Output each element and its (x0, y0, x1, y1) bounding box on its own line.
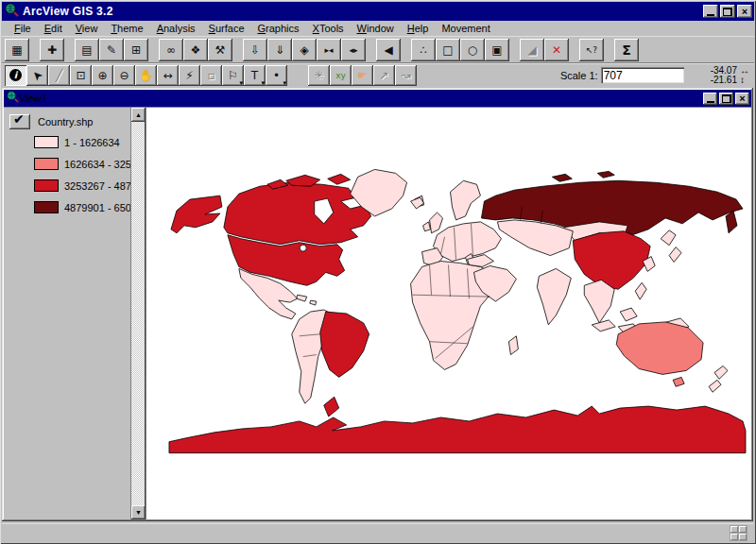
legend-class-1[interactable]: 1 - 1626634 (4, 131, 130, 153)
map-caribbean[interactable] (297, 295, 317, 305)
add-theme-button-icon: ✚ (47, 43, 57, 57)
map-kamchatka[interactable] (726, 211, 737, 233)
map-russia-islands[interactable] (552, 171, 614, 181)
close-button[interactable]: × (737, 5, 752, 18)
scale-input[interactable] (601, 67, 684, 83)
select-feature-tool[interactable]: ⊡ (70, 65, 92, 86)
edit-legend-button-icon: ✎ (107, 43, 116, 57)
find-button[interactable]: ∞ (159, 39, 183, 61)
view-globe-icon (6, 90, 19, 107)
zoom-active-theme-button[interactable]: ⇓ (267, 39, 292, 61)
locate-address-button[interactable]: ❖ (183, 39, 208, 61)
select-list-button[interactable]: ▣ (485, 39, 509, 61)
menu-edit[interactable]: Edit (38, 22, 69, 35)
zoom-full-extent-button[interactable]: ⇩ (243, 39, 267, 61)
theme-properties-button[interactable]: ▤ (75, 39, 99, 61)
sum-button[interactable]: Σ (614, 39, 639, 61)
vertex-edit-tool: ╱ (48, 65, 70, 86)
menu-view[interactable]: View (69, 22, 105, 35)
map-view[interactable] (146, 108, 751, 519)
save-project-button[interactable]: ▦ (5, 39, 29, 61)
horizontal-arrow-icon: ↔ (740, 66, 749, 76)
zoom-previous-button[interactable]: ◀ (376, 39, 401, 61)
app-titlebar[interactable]: ArcView GIS 3.2 × (2, 2, 754, 21)
menu-analysis[interactable]: Analysis (150, 22, 202, 35)
map-country-china[interactable] (573, 231, 650, 289)
zoom-selected-button[interactable]: ◈ (292, 39, 317, 61)
hotlink-tool[interactable]: ⚡ (179, 65, 200, 86)
restore-button[interactable] (720, 5, 735, 18)
view-titlebar[interactable]: View1 × (4, 90, 751, 107)
map-scandinavia[interactable] (450, 180, 480, 220)
zoom-out-button[interactable]: ◂▸ (341, 39, 366, 61)
legend-panel: ✔ Country.shp 1 - 16266341626634 - 32532… (4, 108, 146, 519)
map-country-ireland[interactable] (423, 222, 431, 231)
map-country-brazil[interactable] (320, 312, 369, 377)
scroll-up-button[interactable]: ▲ (131, 108, 146, 122)
select-point-button[interactable]: ∴ (411, 39, 436, 61)
label-tool[interactable]: ⚐ (222, 65, 244, 86)
map-antarctica[interactable] (169, 406, 746, 453)
view-close-button[interactable]: × (735, 93, 749, 105)
pointer-tool[interactable]: ➤ (26, 65, 48, 86)
zoom-in-button[interactable]: ▸◂ (317, 39, 341, 61)
view-restore-button[interactable] (719, 93, 733, 105)
identify-tool[interactable]: i (5, 65, 26, 86)
zoom-active-theme-button-icon: ⇓ (275, 43, 284, 57)
minimize-button[interactable] (703, 5, 718, 18)
map-country-philippines[interactable] (635, 282, 646, 299)
menu-graphics[interactable]: Graphics (251, 22, 306, 35)
draw-point-tool[interactable]: • (266, 65, 287, 86)
pan-tool-icon: ✋ (139, 69, 153, 82)
scroll-down-button[interactable]: ▼ (131, 505, 146, 519)
chart-button: ◢ (520, 39, 544, 61)
menu-xtools[interactable]: XTools (306, 22, 351, 35)
map-country-australia[interactable] (616, 322, 703, 374)
xy-movement-tool[interactable]: xy (330, 65, 352, 86)
map-antarctic-peninsula[interactable] (324, 397, 339, 416)
menu-help[interactable]: Help (401, 22, 436, 35)
map-country-uk[interactable] (430, 212, 443, 233)
clear-selection-button[interactable]: ✕ (544, 39, 569, 61)
theme-entry[interactable]: ✔ Country.shp (4, 112, 130, 131)
legend-scrollbar[interactable]: ▲ ▼ (130, 108, 145, 519)
zoom-out-tool[interactable]: ⊖ (113, 65, 135, 86)
legend-class-3[interactable]: 3253267 - 487 (4, 175, 130, 196)
open-theme-table-button[interactable]: ⊞ (124, 39, 148, 61)
pan-tool[interactable]: ✋ (135, 65, 157, 86)
view-minimize-button[interactable] (703, 93, 717, 105)
map-tasmania[interactable] (673, 377, 684, 386)
legend-class-2[interactable]: 1626634 - 325 (4, 153, 130, 175)
select-circle-button[interactable]: ○ (460, 39, 485, 61)
map-country-madagascar[interactable] (508, 336, 518, 355)
query-builder-button[interactable]: ⚒ (208, 39, 232, 61)
help-button[interactable]: ↖? (579, 39, 604, 61)
zoom-previous-button-icon: ◀ (384, 43, 392, 57)
measure-tool[interactable]: ↔ (157, 65, 179, 86)
menu-surface[interactable]: Surface (202, 22, 251, 35)
pan-hand-tool[interactable]: ☛ (352, 65, 373, 86)
window-tile-icon[interactable] (730, 526, 747, 540)
menu-file[interactable]: File (8, 22, 38, 35)
map-country-india[interactable] (537, 268, 571, 324)
text-tool[interactable]: T (244, 65, 266, 86)
toolbar-buttons: ▦✚▤✎⊞∞❖⚒⇩⇓◈▸◂◂▸◀∴□○▣◢✕↖?Σ (2, 36, 754, 62)
zoom-full-extent-button-icon: ⇩ (250, 43, 260, 57)
menu-window[interactable]: Window (351, 22, 401, 35)
world-map[interactable] (146, 108, 751, 519)
map-country-alaska[interactable] (171, 196, 222, 233)
edit-legend-button[interactable]: ✎ (99, 39, 124, 61)
help-button-icon: ↖? (586, 43, 597, 57)
theme-checkbox[interactable]: ✔ (9, 114, 30, 129)
map-se-asia[interactable] (584, 280, 614, 323)
map-country-canada[interactable] (224, 182, 371, 244)
legend-class-4[interactable]: 4879901 - 650 (4, 196, 130, 218)
select-rectangle-button[interactable]: □ (436, 39, 460, 61)
menu-theme[interactable]: Theme (104, 22, 149, 35)
menu-movement[interactable]: Movement (435, 22, 496, 35)
map-new-zealand[interactable] (709, 366, 728, 392)
tool-buttons: i➤╱⊡⊕⊖✋↔⚡▫⚐T•✳xy☛↗↝ (5, 65, 438, 86)
map-country-japan[interactable] (661, 230, 681, 263)
add-theme-button[interactable]: ✚ (40, 39, 64, 61)
zoom-in-tool[interactable]: ⊕ (92, 65, 113, 86)
